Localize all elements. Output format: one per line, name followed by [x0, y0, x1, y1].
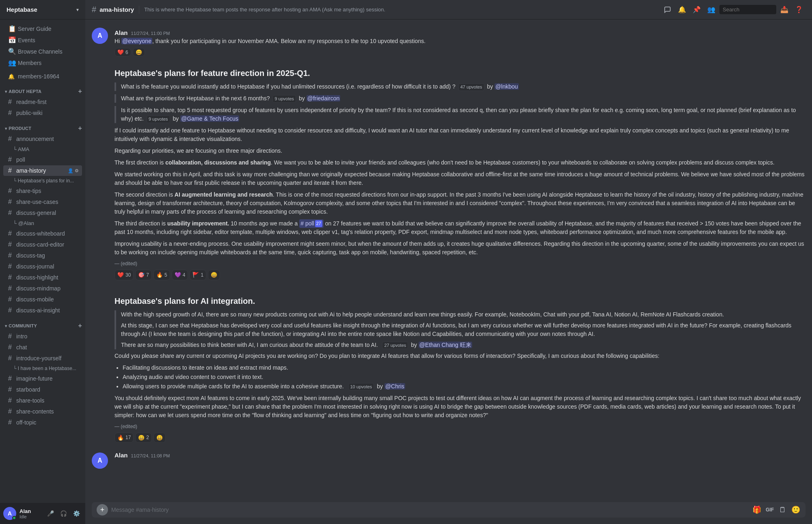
channel-item-starboard[interactable]: # starboard [3, 384, 82, 395]
channel-label: public-wiki [16, 110, 79, 116]
direction2-para: The second direction is AI augmented lea… [114, 191, 806, 216]
help-button[interactable]: ❓ [793, 3, 806, 16]
channel-item-discuss-mobile[interactable]: # discuss-mobile [3, 294, 82, 305]
reaction-fire[interactable]: 🔥5 [153, 270, 170, 280]
message-section2: Heptabase's plans for AI integration. Wi… [85, 285, 812, 445]
q2-user[interactable]: @friedaircon [307, 95, 341, 102]
reaction-purple-heart[interactable]: 💜4 [172, 270, 188, 280]
members-list-button[interactable]: 👥 [705, 3, 718, 16]
channel-item-intro[interactable]: # intro [3, 331, 82, 342]
channel-label: poll [16, 156, 79, 163]
threads-button[interactable] [661, 3, 674, 16]
reaction-target[interactable]: 🎯7 [135, 270, 152, 280]
reaction-heart[interactable]: ❤️6 [114, 48, 131, 56]
mic-button[interactable]: 🎤 [45, 508, 56, 519]
emoji-icon-button[interactable]: 🙂 [791, 505, 801, 515]
channel-item-at-alan[interactable]: └ @Alan [3, 219, 82, 228]
channel-label: ama-history [16, 167, 66, 174]
sidebar-item-dm[interactable]: 🔔 members-16964 [3, 71, 82, 81]
channel-label: readme-first [16, 99, 79, 105]
message-content: Heptabase's plans for AI integration. Wi… [114, 295, 806, 443]
q1-user[interactable]: @lnkbou [495, 83, 518, 90]
sidebar-item-server-guide[interactable]: 📋 Server Guide [3, 23, 82, 34]
channel-item-discuss-mindmap[interactable]: # discuss-mindmap [3, 283, 82, 294]
header-actions: 🔔 📌 👥 📥 ❓ [661, 3, 806, 16]
sticker-icon-button[interactable]: 🗒 [778, 505, 788, 515]
channel-item-share-tools[interactable]: # share-tools [3, 395, 82, 406]
section-header-about-hepta[interactable]: ▾ ABOUT HEPTA + [0, 82, 85, 96]
bullet-2: Analyzing audio and video content to con… [123, 373, 806, 381]
messages-area[interactable]: A Alan 11/27/24, 11:00 PM Hi @everyone, … [85, 19, 812, 502]
channel-item-heptabase-sub[interactable]: └ I have been a Heptabase... [3, 364, 82, 373]
channel-item-imagine-future[interactable]: # imagine-future [3, 373, 82, 384]
q1-text: What is the feature you would instantly … [121, 83, 456, 90]
sidebar-item-events[interactable]: 📅 Events [3, 35, 82, 45]
search-input[interactable] [719, 5, 776, 14]
message-input[interactable] [111, 502, 749, 518]
headphone-button[interactable]: 🎧 [58, 508, 69, 519]
section-add-button[interactable]: + [78, 323, 82, 329]
dm-icon: 🔔 [8, 74, 15, 80]
section-header-product[interactable]: ▾ PRODUCT + [0, 119, 85, 133]
channel-item-discuss-card-editor[interactable]: # discuss-card-editor [3, 239, 82, 250]
hash-icon: # [8, 167, 15, 174]
reaction-emoji: 😄 [136, 49, 142, 55]
reaction-heart[interactable]: ❤️30 [114, 270, 134, 280]
channel-item-public-wiki[interactable]: # public-wiki [3, 108, 82, 118]
members-icon: 👥 [8, 59, 15, 67]
channel-item-introduce-yourself[interactable]: # introduce-yourself [3, 353, 82, 364]
channel-item-discuss-whiteboard[interactable]: # discuss-whiteboard [3, 228, 82, 239]
channel-item-ama-history[interactable]: # ama-history 👤 ⚙ [3, 165, 82, 176]
server-header[interactable]: Heptabase ▾ [0, 0, 85, 19]
channel-item-discuss-highlight[interactable]: # discuss-highlight [3, 272, 82, 283]
gift-icon-button[interactable]: 🎁 [752, 505, 762, 515]
message-author[interactable]: Alan [114, 452, 128, 459]
ai-q2: At this stage, I can see that Heptabase … [121, 321, 806, 338]
notifications-button[interactable]: 🔔 [676, 3, 689, 16]
bullet3-user[interactable]: @Chris [384, 383, 405, 390]
server-chevron: ▾ [76, 7, 79, 13]
avatar[interactable]: A [92, 28, 108, 44]
ai-q3-user[interactable]: @Ethan Chang 旺来 [419, 342, 472, 348]
channel-item-discuss-ai-insight[interactable]: # discuss-ai-insight [3, 305, 82, 316]
reaction-smile[interactable]: 😄 [208, 270, 220, 280]
reaction-emoji: 🔥 [117, 434, 124, 442]
message-author[interactable]: Alan [114, 29, 128, 36]
channel-item-readme-first[interactable]: # readme-first [3, 97, 82, 107]
section-add-button[interactable]: + [78, 88, 82, 95]
channel-item-announcement[interactable]: # announcement [3, 134, 82, 144]
channel-item-chat[interactable]: # chat [3, 342, 82, 353]
channel-item-share-tips[interactable]: # share-tips [3, 186, 82, 196]
channel-item-discuss-tag[interactable]: # discuss-tag [3, 250, 82, 261]
hash-icon: # [8, 419, 15, 426]
channel-item-poll[interactable]: # poll [3, 154, 82, 165]
avatar[interactable]: A [3, 507, 16, 520]
mention-everyone[interactable]: @everyone [121, 38, 152, 44]
q3-user[interactable]: @Game & Tech Focus [180, 115, 239, 122]
reaction-fire[interactable]: 🔥17 [114, 433, 134, 443]
message-content: Hi @everyone, thank you for participatin… [114, 37, 806, 45]
settings-button[interactable]: ⚙️ [71, 508, 82, 519]
sidebar-item-browse-channels[interactable]: 🔍 Browse Channels [3, 46, 82, 57]
input-add-button[interactable]: + [97, 504, 108, 515]
sidebar-item-members[interactable]: 👥 Members [3, 57, 82, 68]
inbox-button[interactable]: 📥 [778, 3, 791, 16]
greeting-text: Hi [114, 38, 121, 44]
channel-item-off-topic[interactable]: # off-topic [3, 417, 82, 428]
avatar[interactable]: A [92, 453, 108, 469]
poll-channel-ref[interactable]: # poll 27 [299, 219, 324, 228]
channel-item-discuss-journal[interactable]: # discuss-journal [3, 261, 82, 272]
gif-icon-button[interactable]: GIF [765, 505, 775, 515]
channel-item-ama[interactable]: └ AMA [3, 145, 82, 154]
channel-item-discuss-general[interactable]: # discuss-general [3, 208, 82, 218]
channel-item-ama-sub[interactable]: └ Heptabase's plans for in... [3, 176, 82, 185]
channel-item-share-contents[interactable]: # share-contents [3, 406, 82, 417]
reaction-smile[interactable]: 😄 [133, 48, 145, 56]
reaction-add[interactable]: 😄 [153, 433, 166, 443]
reaction-flag[interactable]: 🚩1 [190, 270, 206, 280]
section-add-button[interactable]: + [78, 125, 82, 132]
pinned-button[interactable]: 📌 [690, 3, 703, 16]
section-header-community[interactable]: ▾ COMMUNITY + [0, 316, 85, 331]
reaction-smile[interactable]: 😄2 [135, 433, 152, 443]
channel-item-share-use-cases[interactable]: # share-use-cases [3, 197, 82, 207]
